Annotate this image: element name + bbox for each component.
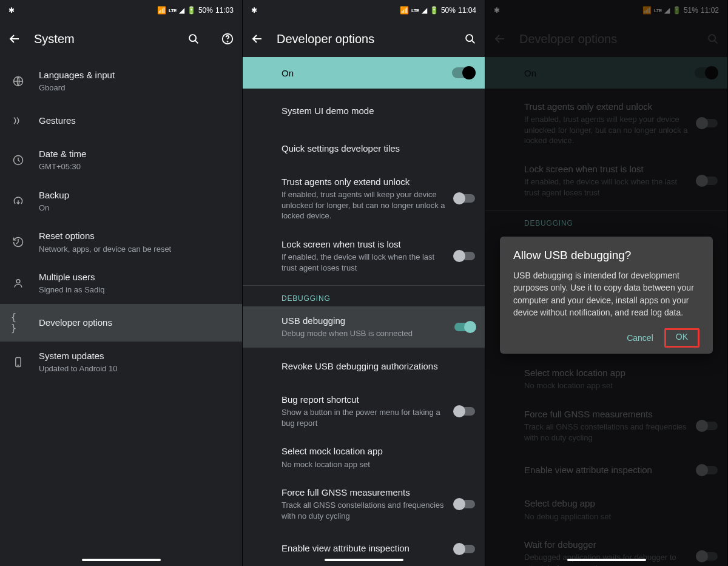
screen-developer-options: ✱ 📶 LTE ◢ 🔋 50% 11:04 Developer options … bbox=[243, 0, 485, 566]
dialog-actions: Cancel OK bbox=[513, 328, 699, 348]
item-title: Quick settings developer tiles bbox=[281, 143, 475, 155]
settings-item[interactable]: Quick settings developer tiles bbox=[243, 130, 485, 167]
settings-item[interactable]: BackupOn bbox=[0, 181, 242, 222]
svg-point-0 bbox=[189, 35, 196, 41]
settings-item[interactable]: Force full GNSS measurementsTrack all GN… bbox=[243, 478, 485, 530]
settings-item[interactable]: Revoke USB debugging authorizations bbox=[243, 348, 485, 385]
back-icon[interactable] bbox=[250, 32, 265, 46]
item-icon bbox=[11, 113, 25, 128]
item-subtitle: If enabled, the device will lock when th… bbox=[281, 252, 447, 273]
battery-pct: 50% bbox=[198, 6, 213, 15]
usb-debugging-dialog: Allow USB debugging? USB debugging is in… bbox=[500, 237, 713, 354]
toggle-on-icon bbox=[452, 67, 474, 78]
settings-item[interactable]: Gestures bbox=[0, 102, 242, 140]
section-debugging: DEBUGGING bbox=[243, 286, 485, 306]
cancel-button[interactable]: Cancel bbox=[618, 328, 662, 348]
signal-icon: ◢ bbox=[422, 6, 427, 15]
screen-usb-debugging-dialog: ✱ 📶 LTE ◢ 🔋 51% 11:02 Developer options … bbox=[485, 0, 728, 566]
dialog-title: Allow USB debugging? bbox=[513, 249, 699, 262]
toggle-switch[interactable] bbox=[454, 500, 475, 508]
lte-label: LTE bbox=[411, 8, 419, 13]
settings-item[interactable]: Trust agents only extend unlockIf enable… bbox=[243, 167, 485, 230]
dev-options-list: System UI demo modeQuick settings develo… bbox=[243, 89, 485, 285]
item-icon bbox=[11, 276, 25, 291]
clock: 11:04 bbox=[458, 6, 476, 15]
settings-item[interactable]: System UI demo mode bbox=[243, 92, 485, 130]
item-title: Force full GNSS measurements bbox=[281, 487, 447, 499]
item-subtitle: No mock location app set bbox=[281, 459, 475, 470]
settings-item[interactable]: USB debuggingDebug mode when USB is conn… bbox=[243, 306, 485, 348]
item-title: Bug report shortcut bbox=[281, 394, 447, 406]
app-bar: System bbox=[0, 21, 242, 57]
item-subtitle: GMT+05:30 bbox=[39, 161, 232, 172]
item-title: USB debugging bbox=[281, 315, 447, 327]
clock: 11:03 bbox=[215, 6, 234, 15]
toggle-switch[interactable] bbox=[454, 545, 475, 553]
item-subtitle: Track all GNSS constellations and freque… bbox=[281, 500, 447, 521]
pinwheel-icon: ✱ bbox=[251, 6, 257, 15]
dialog-body: USB debugging is intended for developmen… bbox=[513, 269, 699, 318]
page-title: System bbox=[34, 32, 174, 46]
item-title: Lock screen when trust is lost bbox=[281, 238, 447, 251]
search-icon[interactable] bbox=[186, 32, 201, 46]
back-icon[interactable] bbox=[7, 32, 22, 46]
settings-item[interactable]: Bug report shortcutShow a button in the … bbox=[243, 385, 485, 437]
item-icon bbox=[11, 153, 25, 167]
svg-point-7 bbox=[466, 35, 473, 41]
debugging-list: USB debuggingDebug mode when USB is conn… bbox=[243, 306, 485, 566]
item-title: Languages & input bbox=[39, 69, 232, 81]
item-subtitle: On bbox=[39, 203, 232, 214]
item-title: Backup bbox=[39, 189, 232, 201]
lte-label: LTE bbox=[169, 8, 177, 13]
item-title: Multiple users bbox=[39, 271, 232, 283]
toggle-switch[interactable] bbox=[454, 323, 475, 331]
item-subtitle: Network, apps, or device can be reset bbox=[39, 244, 232, 255]
signal-icon: ◢ bbox=[179, 6, 184, 15]
item-icon bbox=[11, 355, 25, 369]
nav-bar[interactable] bbox=[567, 559, 646, 561]
settings-item[interactable]: Date & timeGMT+05:30 bbox=[0, 140, 242, 181]
ok-button[interactable]: OK bbox=[667, 327, 696, 346]
settings-item[interactable]: Multiple usersSigned in as Sadiq bbox=[0, 263, 242, 304]
item-icon bbox=[11, 235, 25, 249]
search-icon[interactable] bbox=[463, 32, 477, 46]
item-title: Date & time bbox=[39, 148, 232, 160]
call-wifi-icon: 📶 bbox=[400, 6, 409, 15]
toggle-switch[interactable] bbox=[454, 194, 475, 203]
settings-item[interactable]: Lock screen when trust is lostIf enabled… bbox=[243, 230, 485, 281]
toggle-switch[interactable] bbox=[454, 407, 475, 416]
item-subtitle: Debug mode when USB is connected bbox=[281, 328, 447, 339]
app-bar: Developer options bbox=[243, 21, 485, 57]
settings-item[interactable]: Select mock location appNo mock location… bbox=[243, 437, 485, 478]
status-bar: ✱ 📶 LTE ◢ 🔋 50% 11:03 bbox=[0, 0, 242, 21]
pinwheel-icon: ✱ bbox=[8, 6, 15, 15]
item-title: Revoke USB debugging authorizations bbox=[281, 360, 475, 372]
item-icon bbox=[11, 74, 25, 89]
master-toggle[interactable]: On bbox=[243, 57, 485, 89]
settings-item[interactable]: { }Developer options bbox=[0, 304, 242, 342]
nav-bar[interactable] bbox=[82, 559, 161, 561]
status-bar: ✱ 📶 LTE ◢ 🔋 50% 11:04 bbox=[243, 0, 485, 21]
item-title: Trust agents only extend unlock bbox=[281, 176, 447, 188]
item-subtitle: Gboard bbox=[39, 83, 232, 93]
item-icon bbox=[11, 194, 25, 208]
item-title: Developer options bbox=[39, 317, 232, 329]
item-subtitle: If enabled, trust agents will keep your … bbox=[281, 189, 447, 221]
toggle-switch[interactable] bbox=[454, 252, 475, 260]
item-icon: { } bbox=[11, 315, 25, 330]
item-subtitle: Updated to Android 10 bbox=[39, 363, 232, 374]
help-icon[interactable] bbox=[220, 32, 235, 46]
nav-bar[interactable] bbox=[325, 559, 403, 561]
item-subtitle: Signed in as Sadiq bbox=[39, 285, 232, 295]
battery-icon: 🔋 bbox=[187, 6, 196, 15]
item-title: Gestures bbox=[39, 115, 232, 127]
item-title: System updates bbox=[39, 350, 232, 362]
settings-item[interactable]: Languages & inputGboard bbox=[0, 61, 242, 102]
settings-item[interactable]: System updatesUpdated to Android 10 bbox=[0, 342, 242, 383]
svg-point-2 bbox=[228, 41, 228, 42]
item-subtitle: Show a button in the power menu for taki… bbox=[281, 407, 447, 428]
svg-point-5 bbox=[16, 280, 20, 283]
page-title: Developer options bbox=[277, 32, 451, 46]
settings-item[interactable]: Reset optionsNetwork, apps, or device ca… bbox=[0, 221, 242, 263]
ok-highlight: OK bbox=[664, 328, 699, 348]
